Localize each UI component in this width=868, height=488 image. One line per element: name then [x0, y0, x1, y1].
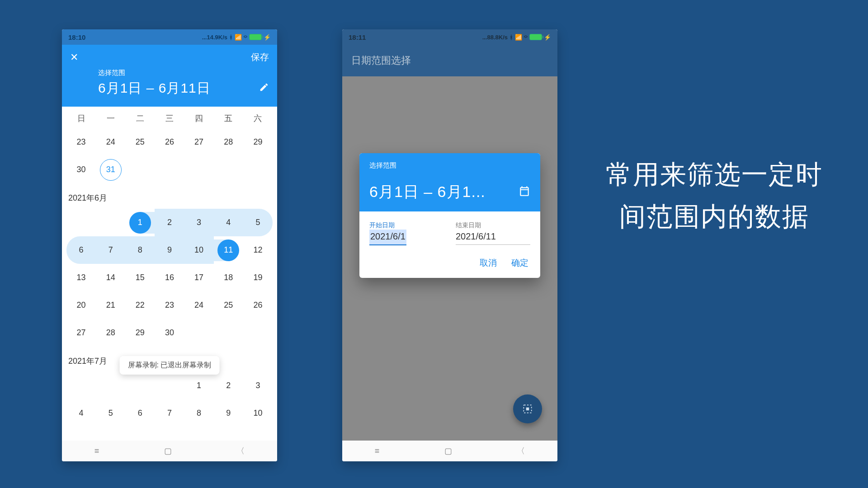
start-date-field[interactable]: 开始日期 2021/6/1 — [369, 221, 444, 245]
calendar-day[interactable]: 23 — [66, 128, 96, 156]
calendar-day[interactable]: 10 — [243, 399, 273, 427]
calendar-day[interactable]: 12 — [243, 236, 273, 264]
calendar-day[interactable]: 2 — [214, 372, 243, 399]
calendar-day[interactable]: 11 — [214, 236, 243, 264]
status-indicators: ...88.8K/s ᚼ 📶 ⌔ ⚡ — [482, 34, 551, 41]
confirm-button[interactable]: 确定 — [511, 257, 528, 269]
selected-range-text: 6月1日 – 6月11日 — [98, 79, 211, 98]
calendar-day[interactable]: 5 — [243, 209, 273, 236]
calendar-day[interactable]: 9 — [214, 399, 243, 427]
calendar-day[interactable]: 28 — [214, 128, 243, 156]
end-date-value[interactable]: 2021/6/11 — [456, 230, 530, 245]
calendar-day — [184, 156, 214, 183]
calendar-day[interactable]: 31 — [96, 156, 125, 183]
calendar-day[interactable]: 29 — [125, 319, 155, 347]
calendar-day[interactable]: 8 — [184, 399, 214, 427]
date-picker-header: 保存 选择范围 6月1日 – 6月11日 — [62, 45, 277, 107]
calendar-day — [125, 156, 155, 183]
nav-recent-icon[interactable]: ≡ — [375, 446, 380, 456]
nav-home-icon[interactable]: ▢ — [444, 446, 452, 456]
status-time: 18:11 — [349, 33, 366, 41]
calendar-day[interactable]: 28 — [96, 319, 125, 347]
nav-home-icon[interactable]: ▢ — [164, 446, 172, 456]
calendar-day[interactable]: 4 — [214, 209, 243, 236]
calendar-day[interactable]: 1 — [184, 372, 214, 399]
battery-icon — [249, 34, 262, 40]
header-subtitle: 选择范围 — [98, 69, 269, 77]
calendar-day[interactable]: 26 — [155, 128, 184, 156]
calendar-day[interactable]: 16 — [155, 264, 184, 291]
calendar-day[interactable]: 3 — [243, 372, 273, 399]
calendar-day[interactable]: 15 — [125, 264, 155, 291]
close-icon[interactable] — [70, 52, 78, 63]
calendar-day[interactable]: 4 — [66, 399, 96, 427]
calendar-body[interactable]: 日一二三四五六 2324252627282930312021年6月1234567… — [62, 107, 277, 439]
dialog-header: 选择范围 6月1日 – 6月1... — [359, 153, 540, 211]
calendar-day[interactable]: 1 — [125, 209, 155, 236]
calendar-day[interactable]: 29 — [243, 128, 273, 156]
calendar-day[interactable]: 27 — [66, 319, 96, 347]
calendar-day — [214, 319, 243, 347]
dialog-range-text: 6月1日 – 6月1... — [369, 182, 514, 202]
calendar-day — [155, 372, 184, 399]
weekday-cell: 二 — [125, 113, 155, 124]
select-all-icon — [522, 403, 533, 415]
nav-recent-icon[interactable]: ≡ — [94, 446, 99, 456]
fab-button[interactable] — [513, 394, 542, 423]
cancel-button[interactable]: 取消 — [480, 257, 497, 269]
status-indicators: ...14.9K/s ᚼ 📶 ⌔ ⚡ — [202, 34, 271, 41]
calendar-day[interactable]: 21 — [96, 291, 125, 319]
edit-icon[interactable] — [259, 82, 269, 94]
calendar-day[interactable]: 13 — [66, 264, 96, 291]
calendar-day — [125, 372, 155, 399]
calendar-day[interactable]: 26 — [243, 291, 273, 319]
calendar-day[interactable]: 3 — [184, 209, 214, 236]
nav-back-icon[interactable]: 〈 — [517, 446, 525, 456]
calendar-day — [243, 319, 273, 347]
start-date-label: 开始日期 — [369, 221, 444, 230]
nav-back-icon[interactable]: 〈 — [236, 446, 245, 456]
page-title: 日期范围选择 — [342, 45, 557, 76]
calendar-day[interactable]: 30 — [155, 319, 184, 347]
calendar-day[interactable]: 20 — [66, 291, 96, 319]
calendar-day[interactable]: 24 — [96, 128, 125, 156]
charging-icon: ⚡ — [264, 34, 271, 41]
calendar-day[interactable]: 30 — [66, 156, 96, 183]
calendar-day[interactable]: 6 — [66, 236, 96, 264]
dialog-actions: 取消 确定 — [359, 249, 540, 278]
toast: 屏幕录制: 已退出屏幕录制 — [120, 356, 220, 375]
start-date-value[interactable]: 2021/6/1 — [369, 230, 406, 245]
calendar-day[interactable]: 5 — [96, 399, 125, 427]
signal-icon: 📶 — [515, 34, 522, 41]
calendar-day[interactable]: 6 — [125, 399, 155, 427]
svg-rect-1 — [526, 408, 529, 411]
calendar-day[interactable]: 9 — [155, 236, 184, 264]
calendar-day[interactable]: 7 — [155, 399, 184, 427]
weekday-cell: 三 — [155, 113, 184, 124]
calendar-day[interactable]: 22 — [125, 291, 155, 319]
save-button[interactable]: 保存 — [251, 51, 269, 63]
calendar-day — [66, 372, 96, 399]
calendar-day — [96, 372, 125, 399]
calendar-icon[interactable] — [519, 185, 530, 199]
calendar-day[interactable]: 23 — [155, 291, 184, 319]
calendar-day[interactable]: 2 — [155, 209, 184, 236]
calendar-day[interactable]: 7 — [96, 236, 125, 264]
calendar-day[interactable]: 17 — [184, 264, 214, 291]
wifi-icon: ⌔ — [244, 34, 247, 41]
calendar-day[interactable]: 27 — [184, 128, 214, 156]
calendar-day[interactable]: 25 — [125, 128, 155, 156]
battery-icon — [529, 34, 542, 40]
page-body-scrim: 选择范围 6月1日 – 6月1... 开始日期 2021/6/1 结束日期 — [342, 76, 557, 441]
calendar-day[interactable]: 19 — [243, 264, 273, 291]
charging-icon: ⚡ — [544, 34, 551, 41]
end-date-field[interactable]: 结束日期 2021/6/11 — [456, 221, 530, 245]
calendar-day[interactable]: 8 — [125, 236, 155, 264]
calendar-day[interactable]: 18 — [214, 264, 243, 291]
calendar-day[interactable]: 25 — [214, 291, 243, 319]
calendar-day[interactable]: 24 — [184, 291, 214, 319]
calendar-day[interactable]: 10 — [184, 236, 214, 264]
end-date-label: 结束日期 — [456, 221, 530, 230]
calendar-day[interactable]: 14 — [96, 264, 125, 291]
status-net: ...14.9K/s — [202, 34, 227, 41]
